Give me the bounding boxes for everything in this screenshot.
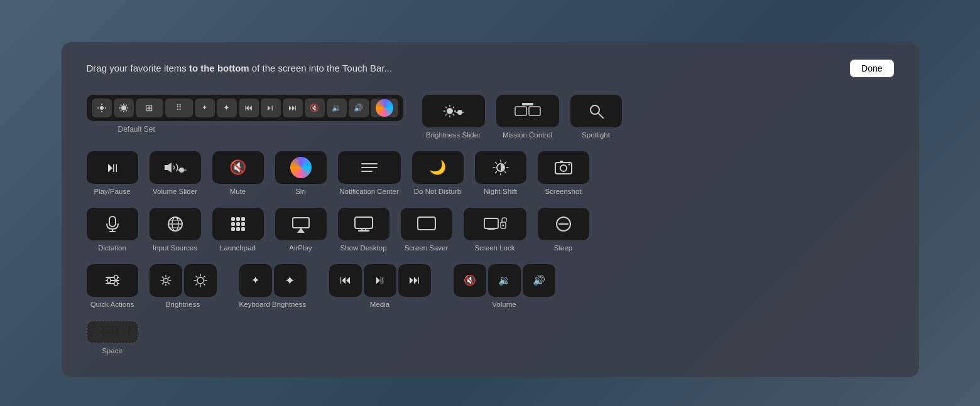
input-sources-button[interactable] — [150, 208, 201, 240]
ds-vol-down[interactable]: 🔉 — [327, 99, 347, 117]
media-play-pause-button[interactable]: ⏯ — [364, 264, 396, 297]
do-not-disturb-button[interactable]: 🌙 — [412, 151, 464, 184]
spotlight-button[interactable] — [570, 95, 622, 127]
svg-line-22 — [445, 114, 447, 115]
svg-rect-63 — [231, 227, 235, 231]
svg-line-93 — [162, 282, 163, 284]
ds-brightness-down[interactable] — [92, 99, 112, 117]
svg-rect-48 — [560, 161, 563, 163]
svg-rect-84 — [114, 282, 117, 286]
ds-prev[interactable]: ⏮ — [239, 99, 259, 117]
ds-mission-control[interactable]: ⊞ — [136, 99, 163, 117]
ds-kb-brightness-up[interactable]: ✦ — [217, 99, 237, 117]
svg-point-47 — [568, 163, 570, 165]
input-sources-group: Input Sources — [150, 208, 201, 252]
quick-actions-button[interactable] — [87, 264, 138, 297]
svg-point-5 — [121, 105, 126, 110]
svg-rect-82 — [114, 275, 117, 279]
svg-rect-65 — [241, 227, 245, 231]
notification-center-label: Notification Center — [339, 188, 399, 195]
brightness-up-button[interactable] — [184, 264, 217, 297]
launchpad-button[interactable] — [212, 208, 264, 240]
ds-launchpad[interactable]: ⠿ — [165, 99, 193, 117]
brightness-slider-label: Brightness Slider — [426, 131, 481, 139]
brightness-group-label: Brightness — [166, 301, 200, 308]
svg-point-0 — [100, 106, 104, 110]
volume-group-block: 🔇 🔉 🔊 Volume — [454, 264, 555, 308]
svg-line-10 — [121, 105, 122, 106]
ds-mute[interactable]: 🔇 — [305, 99, 325, 117]
media-prev-button[interactable]: ⏮ — [329, 264, 362, 297]
svg-rect-73 — [484, 218, 498, 228]
volume-down-button[interactable]: 🔉 — [488, 264, 521, 297]
volume-mute-button[interactable]: 🔇 — [454, 264, 486, 297]
screen-lock-button[interactable] — [464, 208, 526, 240]
airplay-button[interactable] — [275, 208, 327, 240]
done-button[interactable]: Done — [850, 60, 893, 77]
svg-rect-57 — [231, 217, 235, 221]
touch-bar-panel: Drag your favorite items to the bottom o… — [62, 42, 919, 377]
ds-play-pause[interactable]: ⏯ — [261, 99, 281, 117]
ds-brightness-up[interactable] — [114, 99, 134, 117]
row3: Dictation Input Sources — [87, 208, 894, 252]
screen-saver-button[interactable] — [401, 208, 452, 240]
screen-saver-label: Screen Saver — [405, 244, 449, 252]
space-item: · · · · · · · · · · · · · · · Space — [87, 321, 138, 355]
media-group-block: ⏮ ⏯ ⏭ Media — [329, 264, 431, 308]
night-shift-label: Night Shift — [484, 188, 517, 195]
screen-saver-group: Screen Saver — [401, 208, 452, 252]
media-buttons: ⏮ ⏯ ⏭ — [329, 264, 431, 297]
play-pause-group: ⏯ Play/Pause — [87, 151, 138, 195]
svg-point-94 — [197, 277, 204, 284]
siri-icon — [376, 99, 393, 117]
ds-vol-up[interactable]: 🔊 — [349, 99, 369, 117]
top-row: ⊞ ⠿ ✦ ✦ ⏮ ⏯ ⏭ 🔇 🔉 🔊 — [87, 95, 894, 139]
night-shift-button[interactable] — [475, 151, 526, 184]
svg-rect-60 — [231, 222, 235, 226]
ds-siri[interactable] — [371, 99, 398, 117]
screenshot-button[interactable] — [538, 151, 589, 184]
svg-rect-72 — [418, 217, 435, 230]
mission-control-button[interactable] — [496, 95, 559, 127]
siri-button[interactable] — [275, 151, 327, 184]
brightness-group-block: Brightness — [150, 264, 217, 308]
kb-brightness-up-button[interactable]: ✦ — [274, 264, 307, 297]
play-pause-button[interactable]: ⏯ — [87, 151, 138, 184]
notification-center-button[interactable] — [338, 151, 401, 184]
mission-control-label: Mission Control — [503, 131, 552, 139]
mission-control-group: Mission Control — [496, 95, 559, 139]
svg-rect-25 — [515, 107, 526, 115]
svg-point-46 — [560, 165, 567, 171]
svg-line-92 — [168, 277, 169, 278]
mute-button[interactable]: 🔇 — [212, 151, 264, 184]
brightness-buttons — [150, 264, 217, 297]
volume-up-button[interactable]: 🔊 — [523, 264, 555, 297]
ds-kb-brightness-down[interactable]: ✦ — [195, 99, 215, 117]
kb-brightness-down-button[interactable]: ✦ — [239, 264, 272, 297]
show-desktop-button[interactable] — [338, 208, 389, 240]
svg-rect-61 — [236, 222, 240, 226]
brightness-slider-button[interactable] — [422, 95, 485, 127]
sleep-button[interactable] — [538, 208, 589, 240]
svg-line-29 — [598, 113, 603, 118]
volume-buttons: 🔇 🔉 🔊 — [454, 264, 555, 297]
dictation-button[interactable] — [87, 208, 138, 240]
media-next-button[interactable]: ⏭ — [398, 264, 431, 297]
airplay-group: AirPlay — [275, 208, 327, 252]
svg-rect-69 — [358, 230, 369, 232]
row5: · · · · · · · · · · · · · · · Space — [87, 321, 894, 355]
brightness-down-button[interactable] — [150, 264, 182, 297]
screenshot-group: Screenshot — [538, 151, 589, 195]
space-label: Space — [102, 347, 122, 355]
ds-next[interactable]: ⏭ — [283, 99, 303, 117]
svg-rect-59 — [241, 217, 245, 221]
sleep-group: Sleep — [538, 208, 589, 252]
space-button[interactable]: · · · · · · · · · · · · · · · — [87, 321, 138, 343]
svg-line-21 — [453, 107, 454, 108]
dictation-label: Dictation — [98, 244, 126, 252]
volume-slider-label: Volume Slider — [153, 188, 197, 195]
svg-point-85 — [163, 278, 168, 282]
svg-line-20 — [453, 114, 454, 115]
svg-point-24 — [457, 110, 462, 115]
volume-slider-button[interactable] — [150, 151, 201, 184]
